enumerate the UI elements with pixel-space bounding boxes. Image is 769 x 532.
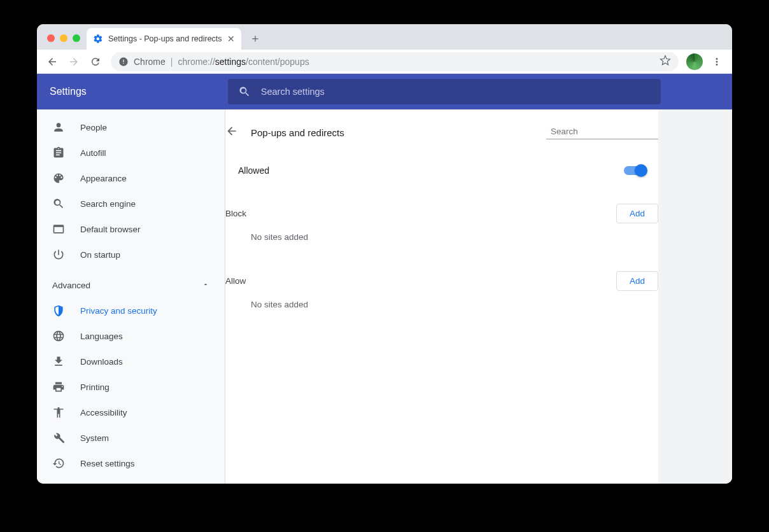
tab-strip: Settings - Pop-ups and redirects ✕ ＋: [37, 24, 732, 50]
allow-section-header: Allow Add: [225, 271, 658, 291]
local-search-field[interactable]: [546, 126, 658, 139]
close-tab-icon[interactable]: ✕: [227, 34, 235, 44]
minimize-window-button[interactable]: [60, 34, 67, 42]
sidebar-item-languages[interactable]: Languages: [37, 323, 225, 349]
sidebar-item-label: Accessibility: [80, 408, 127, 417]
sidebar-item-label: Privacy and security: [80, 306, 157, 316]
content-area: People Autofill Appearance Search engine…: [37, 109, 732, 484]
allowed-label: Allowed: [238, 165, 269, 176]
page-header: Pop-ups and redirects: [225, 120, 658, 145]
add-block-button[interactable]: Add: [616, 204, 658, 223]
back-arrow-button[interactable]: [225, 125, 238, 140]
bookmark-star-icon[interactable]: [660, 55, 671, 68]
settings-title: Settings: [50, 86, 87, 97]
block-empty-text: No sites added: [225, 223, 658, 246]
sidebar-item-label: Printing: [80, 382, 109, 392]
allow-label: Allow: [225, 276, 246, 286]
sidebar-item-search-engine[interactable]: Search engine: [37, 191, 225, 216]
search-icon: [546, 126, 547, 137]
clipboard-icon: [52, 146, 65, 159]
sidebar-item-label: Search engine: [80, 199, 136, 209]
browser-toolbar: Chrome | chrome://settings/content/popup…: [37, 50, 732, 74]
sidebar-section-label: Advanced: [52, 281, 90, 290]
forward-button[interactable]: [64, 52, 84, 72]
site-info-icon[interactable]: [118, 57, 129, 67]
sidebar-item-label: Default browser: [80, 225, 141, 234]
block-label: Block: [225, 209, 246, 218]
restore-icon: [52, 457, 65, 470]
local-search-input[interactable]: [551, 127, 658, 136]
profile-avatar[interactable]: [686, 53, 703, 70]
close-window-button[interactable]: [47, 34, 55, 42]
sidebar-item-autofill[interactable]: Autofill: [37, 140, 225, 165]
allow-empty-text: No sites added: [225, 291, 658, 313]
accessibility-icon: [52, 406, 65, 419]
browser-window: Settings - Pop-ups and redirects ✕ ＋ Chr…: [37, 24, 732, 484]
sidebar-item-default-browser[interactable]: Default browser: [37, 216, 225, 242]
wrench-icon: [52, 431, 65, 444]
block-section-header: Block Add: [225, 204, 658, 223]
sidebar-item-label: Languages: [80, 332, 123, 341]
window-controls: [43, 34, 87, 50]
search-settings-input[interactable]: [261, 87, 651, 97]
sidebar-item-label: Autofill: [80, 148, 106, 158]
search-icon: [238, 85, 251, 98]
url-text: chrome://settings/content/popups: [178, 57, 309, 67]
maximize-window-button[interactable]: [73, 34, 80, 42]
chevron-up-icon: [202, 281, 209, 290]
url-secure-label: Chrome: [134, 57, 166, 67]
page-title: Pop-ups and redirects: [251, 127, 344, 138]
sidebar: People Autofill Appearance Search engine…: [37, 109, 225, 484]
right-gutter: [658, 109, 732, 484]
search-settings-field[interactable]: [228, 79, 661, 104]
main-panel: Pop-ups and redirects Allowed Block Add …: [225, 109, 658, 484]
shield-icon: [52, 304, 65, 317]
address-bar[interactable]: Chrome | chrome://settings/content/popup…: [111, 52, 679, 71]
person-icon: [52, 121, 65, 134]
sidebar-item-people[interactable]: People: [37, 115, 225, 140]
sidebar-item-label: Downloads: [80, 357, 123, 367]
palette-icon: [52, 172, 65, 185]
allowed-row: Allowed: [225, 155, 658, 186]
tab-title: Settings - Pop-ups and redirects: [108, 34, 222, 43]
gear-icon: [93, 34, 103, 44]
search-icon: [52, 197, 65, 210]
sidebar-item-accessibility[interactable]: Accessibility: [37, 400, 225, 425]
power-icon: [52, 248, 65, 261]
browser-tab[interactable]: Settings - Pop-ups and redirects ✕: [87, 28, 241, 50]
download-icon: [52, 355, 65, 368]
sidebar-item-privacy-security[interactable]: Privacy and security: [37, 298, 225, 323]
settings-header: Settings: [37, 74, 732, 109]
sidebar-item-label: Appearance: [80, 174, 127, 183]
reload-button[interactable]: [85, 52, 106, 72]
sidebar-item-label: Reset settings: [80, 459, 135, 468]
allowed-toggle[interactable]: [624, 166, 646, 175]
sidebar-item-label: On startup: [80, 250, 120, 260]
sidebar-item-system[interactable]: System: [37, 425, 225, 451]
add-allow-button[interactable]: Add: [616, 271, 658, 291]
sidebar-item-downloads[interactable]: Downloads: [37, 349, 225, 374]
new-tab-button[interactable]: ＋: [246, 29, 264, 47]
web-icon: [52, 223, 65, 235]
sidebar-section-advanced[interactable]: Advanced: [37, 272, 225, 298]
sidebar-item-printing[interactable]: Printing: [37, 374, 225, 400]
sidebar-item-appearance[interactable]: Appearance: [37, 165, 225, 191]
sidebar-item-label: People: [80, 123, 107, 132]
sidebar-item-reset-settings[interactable]: Reset settings: [37, 451, 225, 476]
sidebar-item-on-startup[interactable]: On startup: [37, 242, 225, 267]
globe-icon: [52, 330, 65, 342]
overflow-menu-icon[interactable]: [707, 52, 727, 72]
back-button[interactable]: [42, 52, 62, 72]
printer-icon: [52, 381, 65, 393]
sidebar-item-label: System: [80, 433, 109, 443]
